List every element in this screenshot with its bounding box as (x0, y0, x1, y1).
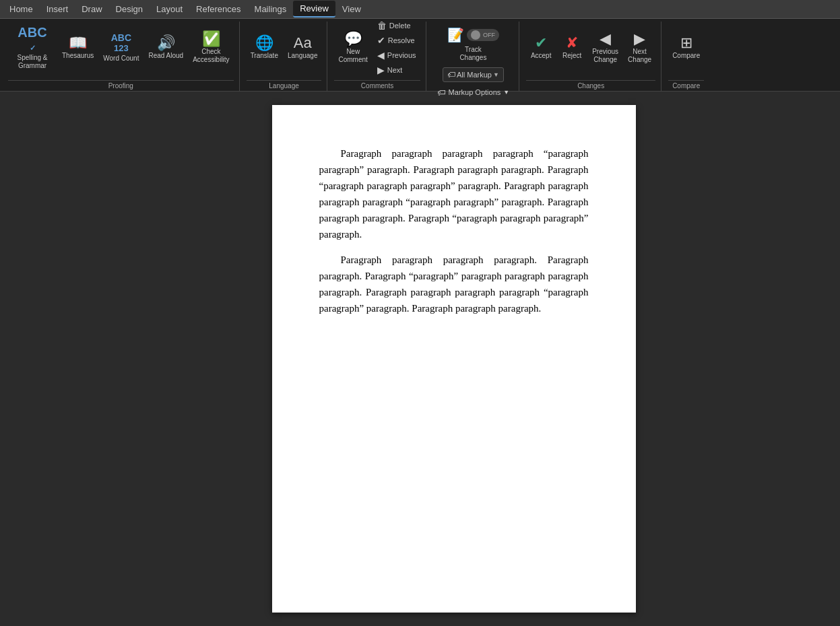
read-aloud-icon: 🔊 (157, 36, 175, 50)
word-count-icon: ABC123 (111, 33, 131, 54)
ribbon: ABC✓ Spelling & Grammar 📖 Thesaurus ABC1… (0, 19, 840, 92)
accept-label: Accept (531, 52, 552, 60)
ribbon-group-comments: 💬 NewComment 🗑 Delete ✔ Resolve ◀ Previo… (329, 22, 426, 91)
delete-icon: 🗑 (377, 20, 387, 31)
paragraph-2: Paragraph paragraph paragraph paragraph.… (319, 252, 589, 316)
compare-icon: ⊞ (680, 36, 692, 50)
translate-label: Translate (251, 52, 278, 60)
next-comment-label: Next (387, 66, 403, 74)
proofing-group-label: Proofing (8, 80, 234, 90)
menu-insert[interactable]: Insert (40, 1, 75, 17)
menu-view[interactable]: View (335, 1, 368, 17)
markup-dropdown-arrow: ▼ (493, 71, 499, 78)
previous-comment-icon: ◀ (377, 50, 385, 61)
menu-home[interactable]: Home (3, 1, 40, 17)
check-accessibility-label: CheckAccessibility (193, 48, 229, 64)
compare-button[interactable]: ⊞ Compare (668, 24, 704, 71)
previous-change-icon: ◀ (600, 32, 611, 46)
toggle-label: OFF (483, 32, 495, 38)
new-comment-label: NewComment (338, 48, 367, 64)
thesaurus-label: Thesaurus (62, 52, 94, 60)
previous-change-button[interactable]: ◀ PreviousChange (588, 24, 622, 71)
comments-group-label: Comments (334, 80, 420, 90)
next-change-button[interactable]: ▶ NextChange (624, 24, 655, 71)
language-icon: Aa (294, 36, 312, 50)
previous-change-label: PreviousChange (592, 48, 618, 64)
new-comment-button[interactable]: 💬 NewComment (334, 24, 371, 71)
spelling-grammar-button[interactable]: ABC✓ Spelling & Grammar (8, 24, 57, 71)
reject-icon: ✘ (566, 36, 578, 50)
markup-options-arrow: ▼ (503, 89, 509, 96)
thesaurus-button[interactable]: 📖 Thesaurus (58, 24, 98, 71)
accept-icon: ✔ (535, 36, 547, 50)
read-aloud-label: Read Aloud (148, 52, 183, 60)
resolve-button[interactable]: ✔ Resolve (373, 34, 420, 47)
menu-design[interactable]: Design (109, 1, 150, 17)
resolve-icon: ✔ (377, 35, 385, 46)
word-count-button[interactable]: ABC123 Word Count (99, 24, 143, 71)
spelling-grammar-icon: ABC✓ (18, 26, 46, 53)
markup-dropdown[interactable]: 🏷 All Markup ▼ (443, 67, 504, 82)
ribbon-group-proofing: ABC✓ Spelling & Grammar 📖 Thesaurus ABC1… (3, 22, 240, 91)
ribbon-group-language: 🌐 Translate Aa Language Language (241, 22, 328, 91)
track-changes-toggle[interactable]: OFF (467, 29, 499, 41)
check-accessibility-button[interactable]: ✅ CheckAccessibility (189, 24, 233, 71)
previous-comment-button[interactable]: ◀ Previous (373, 48, 420, 62)
menu-bar: Home Insert Draw Design Layout Reference… (0, 0, 840, 19)
toggle-knob (471, 30, 480, 40)
ribbon-group-changes: ✔ Accept ✘ Reject ◀ PreviousChange ▶ Nex… (521, 22, 661, 91)
thesaurus-icon: 📖 (69, 36, 87, 50)
markup-options-label: Markup Options (449, 88, 501, 96)
resolve-label: Resolve (388, 36, 415, 44)
delete-button[interactable]: 🗑 Delete (373, 19, 420, 32)
track-changes-label: TrackChanges (459, 46, 486, 62)
comment-stack: 🗑 Delete ✔ Resolve ◀ Previous ▶ Next (373, 24, 420, 71)
markup-dropdown-icon: 🏷 (447, 70, 455, 79)
ribbon-group-tracking: 📝 OFF TrackChanges 🏷 All Markup ▼ 🏷 (428, 22, 520, 91)
language-button[interactable]: Aa Language (284, 24, 322, 71)
read-aloud-button[interactable]: 🔊 Read Aloud (144, 24, 187, 71)
next-comment-icon: ▶ (377, 65, 385, 75)
language-group-label: Language (247, 80, 322, 90)
accept-button[interactable]: ✔ Accept (526, 24, 556, 71)
menu-review[interactable]: Review (293, 1, 335, 18)
markup-options-button[interactable]: 🏷 Markup Options ▼ (433, 85, 514, 100)
menu-references[interactable]: References (189, 1, 247, 17)
paragraph-1: Paragraph paragraph paragraph paragraph … (319, 145, 589, 242)
language-label: Language (288, 52, 318, 60)
next-change-icon: ▶ (634, 32, 645, 46)
changes-group-label: Changes (526, 80, 655, 90)
spelling-grammar-label: Spelling & Grammar (12, 54, 53, 70)
ribbon-group-compare: ⊞ Compare Compare (663, 22, 709, 91)
next-comment-button[interactable]: ▶ Next (373, 63, 420, 77)
compare-label: Compare (672, 52, 700, 60)
previous-comment-label: Previous (387, 51, 416, 59)
compare-group-label: Compare (668, 80, 704, 90)
word-count-label: Word Count (103, 55, 139, 63)
markup-options-icon: 🏷 (437, 88, 446, 98)
delete-label: Delete (389, 22, 411, 30)
translate-button[interactable]: 🌐 Translate (247, 24, 282, 71)
track-changes-button[interactable]: 📝 OFF TrackChanges (443, 24, 503, 65)
menu-layout[interactable]: Layout (150, 1, 189, 17)
reject-label: Reject (562, 52, 581, 60)
next-change-label: NextChange (628, 48, 651, 64)
content-area: Paragraph paragraph paragraph paragraph … (0, 92, 840, 626)
track-changes-icon: 📝 (447, 27, 464, 43)
menu-mailings[interactable]: Mailings (248, 1, 294, 17)
translate-icon: 🌐 (255, 36, 273, 50)
reject-button[interactable]: ✘ Reject (557, 24, 587, 71)
menu-draw[interactable]: Draw (75, 1, 108, 17)
markup-dropdown-label: All Markup (457, 71, 492, 79)
check-accessibility-icon: ✅ (202, 32, 220, 46)
new-comment-icon: 💬 (344, 32, 362, 46)
document-page[interactable]: Paragraph paragraph paragraph paragraph … (272, 105, 636, 613)
